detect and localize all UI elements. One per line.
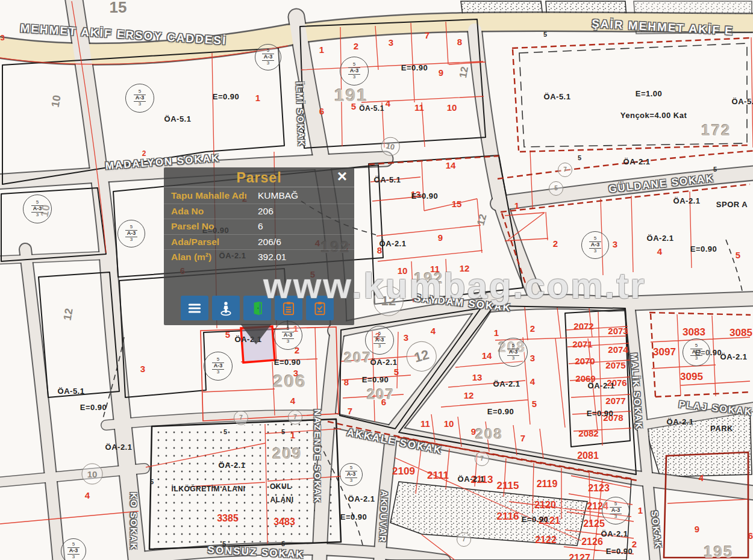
zone-label: ÖA-2.1 bbox=[458, 475, 485, 483]
door-icon-button[interactable] bbox=[243, 296, 271, 320]
parcel-number: 2109 bbox=[392, 466, 415, 476]
popup-fields: Tapu Mahalle AdıKUMBAĞAda No206Parsel No… bbox=[164, 187, 354, 266]
zone-label: ÖA-2.1 bbox=[673, 197, 701, 205]
parcel-number: 9 bbox=[695, 524, 699, 534]
parcel-number: 10 bbox=[444, 419, 454, 428]
parcel-number: 2 bbox=[553, 239, 558, 248]
distance-tick: 5 bbox=[223, 429, 227, 435]
zone-label: ÖA-5.1 bbox=[374, 176, 401, 184]
parcel-number: 3 bbox=[613, 240, 617, 249]
zoning-symbol: 5A-33 bbox=[23, 194, 52, 223]
street-label: AKDUVAR bbox=[378, 490, 389, 543]
zoning-symbol: 5A-33 bbox=[365, 326, 394, 355]
distance-tick: 5 bbox=[713, 166, 717, 173]
street-view-icon-button[interactable] bbox=[212, 296, 240, 320]
map-canvas[interactable]: MEHMET AKİF ERSOY CADDESİŞAİR MEHMET AKİ… bbox=[0, 0, 753, 560]
zone-label: ÖA-5.1 bbox=[732, 98, 753, 105]
parcel-number: 9 bbox=[439, 68, 443, 77]
popup-callout-tail bbox=[240, 324, 272, 344]
parcel-number: 7 bbox=[520, 434, 525, 443]
field-value: 6 bbox=[258, 221, 347, 232]
parcel-number: 2 bbox=[530, 324, 535, 333]
zoning-symbol: 5A-33 bbox=[340, 57, 369, 86]
parcel-number: 2126 bbox=[581, 537, 603, 547]
zone-label: ÖA-2.1 bbox=[370, 358, 398, 366]
popup-field-row: Ada/Parsel206/6 bbox=[164, 235, 354, 250]
parcel-number: 3 bbox=[140, 364, 145, 373]
street-view-icon bbox=[218, 300, 234, 316]
zone-label: SPOR A bbox=[716, 201, 748, 208]
popup-field-row: Ada No206 bbox=[164, 204, 354, 220]
parcel-number: 1 bbox=[255, 93, 260, 102]
field-label: Parsel No bbox=[171, 221, 258, 232]
parcel-number: 2120 bbox=[534, 500, 556, 510]
parcel-number: 1 bbox=[494, 328, 499, 337]
distance-tick: 5 bbox=[281, 429, 285, 435]
parcel-number: 3385 bbox=[217, 514, 239, 523]
zone-label: ÖA-2.1 bbox=[105, 443, 133, 451]
clipboard-report-icon-button[interactable] bbox=[306, 296, 334, 320]
zoning-symbol: 5A-33 bbox=[602, 497, 630, 524]
parcel-number: 2070 bbox=[575, 356, 595, 366]
zoning-symbol: 5A-33 bbox=[117, 220, 145, 247]
road-width-label: 7 bbox=[475, 452, 489, 466]
street-label: MALİK SOKAK bbox=[630, 353, 644, 431]
parcel-number: 2081 bbox=[577, 451, 599, 461]
clipboard-list-icon-button[interactable] bbox=[275, 296, 302, 320]
road-width-label: 7 bbox=[234, 411, 248, 425]
street-label: KO SOKAK bbox=[130, 493, 139, 551]
parcel-number: 7 bbox=[425, 31, 430, 40]
street-label: ŞAİR MEHMET AKİF E bbox=[592, 17, 734, 36]
parcel-number: 3097 bbox=[653, 347, 676, 357]
distance-tick: 5 bbox=[150, 479, 154, 485]
parcel-number: 10 bbox=[447, 103, 457, 112]
zone-label: ÖA-5.1 bbox=[164, 115, 192, 123]
zone-label: İLKÖĞRETİM ALANI bbox=[172, 485, 246, 493]
parcel-number: 5 bbox=[532, 399, 537, 408]
block-number: 207 bbox=[344, 350, 372, 365]
zone-label: ÖA-2.1 bbox=[588, 382, 615, 390]
parcel-number: 2123 bbox=[588, 484, 610, 493]
parcel-number: 4 bbox=[431, 326, 436, 335]
block-number: 209 bbox=[272, 446, 302, 461]
menu-icon-button[interactable] bbox=[181, 296, 208, 320]
parcel-number: 2111 bbox=[427, 470, 449, 481]
parcel-number: 4 bbox=[386, 99, 390, 108]
door-icon bbox=[249, 300, 265, 316]
zone-label: OKUL bbox=[270, 483, 292, 490]
zoning-symbol: 5A-33 bbox=[125, 84, 154, 113]
parcel-number: 12 bbox=[464, 391, 474, 400]
street-label: GÜLDANE SOKAK bbox=[608, 173, 715, 194]
parcel-number: 8 bbox=[344, 378, 349, 387]
street-label: NAZENDE SOKAK bbox=[313, 409, 322, 504]
zone-label: ÖA-2.1 bbox=[219, 461, 246, 469]
zone-label: ÖA-2.1 bbox=[493, 380, 520, 388]
zone-label: ÖA-5.1 bbox=[359, 105, 384, 112]
parcel-number: 15 bbox=[452, 199, 462, 208]
close-icon[interactable]: × bbox=[337, 168, 347, 185]
parcel-number: 1 bbox=[638, 506, 643, 515]
parcel-number: 9 bbox=[438, 233, 443, 242]
parcel-number: 3 bbox=[530, 353, 535, 362]
parcel-number: 5 bbox=[394, 367, 399, 376]
street-label: SOKAK bbox=[650, 510, 663, 549]
zone-label: E=0.90 bbox=[522, 515, 549, 523]
parcel-number: 7 bbox=[348, 406, 352, 415]
parcel-number: 3 bbox=[389, 38, 393, 47]
distance-tick: 5 bbox=[281, 541, 285, 547]
parcel-number: 8 bbox=[457, 37, 462, 46]
popup-title: Parsel bbox=[164, 170, 354, 186]
map-label-layer: MEHMET AKİF ERSOY CADDESİŞAİR MEHMET AKİ… bbox=[0, 0, 753, 560]
parcel-number: 2073 bbox=[608, 326, 628, 335]
parcel-number: 4 bbox=[290, 396, 295, 405]
parcel-number: 1 bbox=[514, 201, 519, 210]
parcel-number: 4 bbox=[85, 491, 90, 500]
field-value: 206/6 bbox=[258, 237, 347, 248]
zone-label: E=0.90 bbox=[606, 547, 633, 555]
parcel-number: 3083 bbox=[683, 327, 705, 337]
zone-label: ÖA-5.1 bbox=[58, 387, 85, 395]
road-width-label: 7 bbox=[457, 532, 471, 547]
field-label: Tapu Mahalle Adı bbox=[171, 190, 258, 202]
zone-label: E=0.90 bbox=[411, 192, 439, 200]
zone-label: ÖA-2.1 bbox=[623, 158, 651, 166]
